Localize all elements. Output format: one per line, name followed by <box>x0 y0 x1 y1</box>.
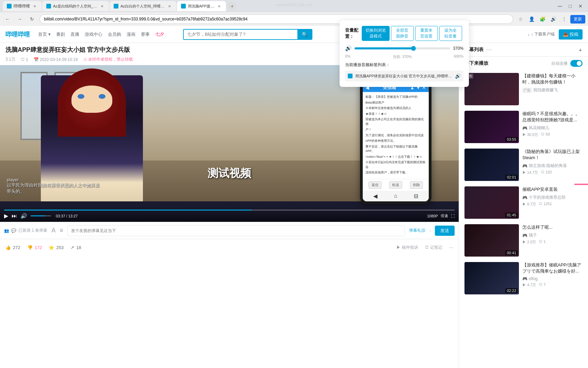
share-count: 18 <box>76 245 81 250</box>
speed-btn[interactable]: 倍速 <box>441 213 448 218</box>
video-player[interactable]: 📶 ⊘ ... 64% 🔋 16:17 ◀ 受信箱 ▲ ▼ ✕ 标题：【恭喜】您… <box>0 65 459 222</box>
phone-nav-recents[interactable]: ⊟ <box>414 193 418 199</box>
nav-manga[interactable]: 漫画 <box>127 31 135 37</box>
tab-4[interactable]: 用洗脑APP捷.... ✕ <box>177 1 226 11</box>
email-body1: 营被选为本公司正在开发的洗脑应用的测试用 <box>365 117 426 126</box>
dislike-btn[interactable]: 👎 172 <box>27 245 42 250</box>
vol-slider[interactable] <box>355 47 450 49</box>
danmu-menu-icon[interactable]: ⋯ <box>486 46 492 53</box>
video-card-3[interactable]: 02:01 《隐秘的角落》试玩版已上架Steam！ 🎮 独立游戏-隐秘的角落 ▶… <box>459 146 588 184</box>
nav-home[interactable]: 首页 ▾ <box>38 31 51 37</box>
upload-btn[interactable]: 📤 投稿 <box>559 29 583 40</box>
quality-btn[interactable]: 1080P <box>427 214 438 218</box>
danmu-mode-icon2[interactable]: ≡ <box>60 227 63 234</box>
report-btn[interactable]: ▶ 稿件投诉 <box>396 245 418 250</box>
download-client-btn[interactable]: ↓ ↓ 下载客户端 <box>528 31 555 37</box>
up-icon-4: 🎮 <box>522 195 527 200</box>
nav-series[interactable]: 番剧 <box>56 31 65 37</box>
profile-icon[interactable]: 👤 <box>527 14 536 24</box>
video-thumb-4: 01:45 <box>464 186 519 219</box>
comment-stat-3: 🗨 102 <box>541 170 552 175</box>
video-card-5[interactable]: 00:41 怎么这样了呢... 🎮 骚子 ▶ 2.0万 🗨 1 <box>459 221 588 259</box>
email-reply-btn[interactable]: 返信 <box>369 181 381 189</box>
forward-btn[interactable]: → <box>15 14 24 24</box>
reload-btn[interactable]: ↻ <box>27 14 37 24</box>
video-progress-bar[interactable] <box>4 210 455 211</box>
vol-tag-volume-icon[interactable]: 🔊 <box>455 73 461 79</box>
new-tab-btn[interactable]: + <box>228 2 236 10</box>
nav-game[interactable]: 游戏中心 <box>85 31 102 37</box>
volume-btn[interactable]: 🔊 <box>20 213 27 219</box>
like-icon: 👍 <box>5 245 11 250</box>
tab-1-close[interactable]: ✕ <box>32 3 37 9</box>
danmu-input-field[interactable] <box>67 225 405 236</box>
search-button[interactable]: 🔍 <box>297 29 312 40</box>
play-pause-btn[interactable]: ▶ <box>4 213 8 219</box>
nav-special[interactable]: 七夕 <box>155 31 164 37</box>
danmu-collapse-btn[interactable]: ▲ <box>578 47 583 52</box>
danmu-stats-text: 已装填 1 条弹幕 <box>18 228 47 233</box>
tab-2[interactable]: Az是白纸吗的个人空间_哔哩哔哩_... ✕ <box>42 1 109 11</box>
tab-3-label: Az白白的个人空间_哔哩哔哩_哔... <box>120 4 165 9</box>
video-duration-2: 03:55 <box>505 137 518 142</box>
tab-3[interactable]: Az白白的个人空间_哔哩哔哩_哔... ✕ <box>110 1 176 11</box>
tab-1[interactable]: 哔哩哔哩 ✕ <box>3 1 42 11</box>
danmu-etiquette-link[interactable]: 弹幕礼仪 <box>409 228 425 233</box>
date-label: 📅 2022-03-14 09:15:19 <box>34 57 78 62</box>
back-btn[interactable]: ← <box>3 14 12 24</box>
email-delete-btn[interactable]: 削除 <box>410 181 423 189</box>
phone-nav-home[interactable]: ⌂ <box>394 193 397 199</box>
danmu-send-btn[interactable]: 发送 <box>435 226 455 236</box>
volume-bar[interactable] <box>31 215 51 216</box>
tab-2-close[interactable]: ✕ <box>99 3 105 9</box>
share-btn[interactable]: ↗ 18 <box>70 245 81 250</box>
reset-page-btn[interactable]: 重置本页设置 <box>415 26 438 41</box>
video-card-2[interactable]: 03:55 催眠吗？不是很感兴趣。。。总感觉特别想捶她?游戏是... 🎮 风花糊… <box>459 108 588 146</box>
auto-play-toggle[interactable] <box>570 60 583 67</box>
up-next-header: 接下来播放 自动连播 <box>459 57 588 70</box>
settings-icon[interactable]: ⋮ <box>559 14 569 24</box>
auto-play-label: 自动连播 <box>551 61 568 66</box>
tab-2-favicon <box>46 4 51 9</box>
vol-tag-favicon <box>348 74 353 78</box>
video-title-5: 怎么这样了呢... <box>522 224 583 230</box>
vol-slider-icon: 🔊 <box>345 45 352 51</box>
favorite-btn[interactable]: ⭐ 253 <box>49 245 64 250</box>
phone-nav-back[interactable]: ◀ <box>373 193 377 199</box>
email-forward-btn[interactable]: 転送 <box>389 181 402 189</box>
update-button[interactable]: 更新 <box>570 15 585 24</box>
up-icon-3: 🎮 <box>522 164 527 168</box>
window-minimize-btn[interactable]: ─ <box>555 3 565 10</box>
next-btn[interactable]: ⏭ <box>12 213 17 219</box>
video-card-info-5: 怎么这样了呢... 🎮 骚子 ▶ 2.0万 🗨 1 <box>522 224 583 257</box>
notes-btn[interactable]: 🗒 记笔记 <box>425 245 442 250</box>
video-card-4[interactable]: 01:45 催眠APP安卓直装 🎮 十字的游戏推荐总部 ▶ 8.7万 🗨 125… <box>459 184 588 221</box>
danmu-mode-icon1[interactable]: A <box>51 227 55 234</box>
extension-icon[interactable]: 🧩 <box>538 14 547 24</box>
more-options-btn[interactable]: ⋯ <box>449 245 453 250</box>
like-btn[interactable]: 👍 272 <box>5 245 20 250</box>
window-maximize-btn[interactable]: □ <box>566 3 574 9</box>
tab-3-close[interactable]: ✕ <box>167 3 172 9</box>
comment-stat-4: 🗨 1251 <box>539 202 552 207</box>
subtitle-line1: 以平民为理由对我抱有露骨厌恶的人之中她算是 <box>7 182 100 188</box>
video-card-1[interactable]: 广告 【建模赚钱】每天建模一小时，挑战接外包赚钱！ 广告 我找建模赚飞 <box>459 70 588 108</box>
fullscreen-btn[interactable]: ⛶ <box>451 214 455 218</box>
nav-vip[interactable]: 会员购 <box>108 31 121 37</box>
nav-esports[interactable]: 赛事 <box>141 31 150 37</box>
comment-stat-6: 🗨 7 <box>539 282 545 288</box>
video-title-2: 催眠吗？不是很感兴趣。。。总感觉特别想捶她?游戏是... <box>522 111 583 123</box>
nav-live[interactable]: 直播 <box>70 31 79 37</box>
volume-icon[interactable]: 🔊 <box>549 14 558 24</box>
set-global-btn[interactable]: 设为全站音量 <box>439 26 462 41</box>
bookmark-icon[interactable]: ☆ <box>516 14 525 24</box>
mute-all-btn[interactable]: 全部页面静音 <box>391 26 414 41</box>
tab-4-close[interactable]: ✕ <box>216 3 222 9</box>
window-close-btn[interactable]: ✕ <box>576 3 585 9</box>
email-subject2: Beta测试用户 <box>365 101 426 105</box>
toolbar-icons: ☆ 👤 🧩 🔊 ⋮ 更新 <box>516 14 585 24</box>
switch-browser-mode-btn[interactable]: 切换到浏览器模式 <box>362 26 390 41</box>
search-input[interactable] <box>183 29 297 40</box>
tab-3-favicon <box>114 4 118 9</box>
video-card-6[interactable]: 02:22 【游戏推荐】催眠APP/洗脑アプリで高飛車なお嬢様を好... 🎮 e… <box>459 259 588 297</box>
